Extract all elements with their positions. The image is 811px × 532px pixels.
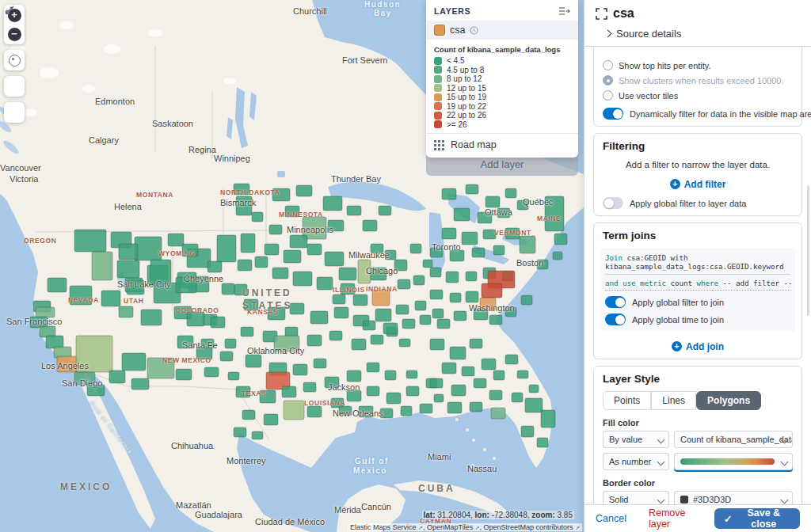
csa-region[interactable]: [482, 359, 496, 370]
zoom-out-button[interactable]: −: [6, 26, 22, 42]
csa-region[interactable]: [517, 200, 528, 210]
csa-region[interactable]: [246, 355, 261, 367]
csa-region[interactable]: [217, 235, 236, 262]
csa-region[interactable]: [325, 252, 344, 266]
csa-region[interactable]: [252, 212, 263, 222]
csa-region[interactable]: [307, 244, 322, 255]
csa-region[interactable]: [74, 372, 95, 385]
csa-region[interactable]: [255, 256, 268, 268]
csa-region[interactable]: [303, 382, 316, 392]
tab-lines[interactable]: Lines: [651, 391, 696, 410]
csa-region[interactable]: [228, 372, 239, 380]
add-join-button[interactable]: + Add join: [672, 341, 724, 352]
csa-region[interactable]: [430, 268, 441, 277]
csa-region[interactable]: [87, 385, 105, 396]
dynamic-filter-toggle[interactable]: [603, 108, 623, 120]
cancel-button[interactable]: Cancel: [596, 513, 626, 524]
csa-region[interactable]: [478, 212, 492, 223]
csa-region[interactable]: [204, 367, 219, 377]
csa-region[interactable]: [446, 272, 459, 283]
flyout-scrollbar[interactable]: [807, 185, 809, 316]
csa-region[interactable]: [168, 234, 184, 246]
csa-region[interactable]: [521, 426, 534, 437]
map-attribution[interactable]: Elastic Maps Service ↗, OpenMapTiles ↗, …: [348, 523, 582, 531]
csa-region[interactable]: [474, 309, 488, 320]
csa-region[interactable]: [109, 370, 125, 383]
fill-mode-select[interactable]: By value: [603, 431, 669, 448]
csa-region[interactable]: [314, 359, 326, 368]
csa-region[interactable]: [353, 294, 367, 306]
csa-region[interactable]: [131, 378, 149, 390]
csa-region[interactable]: [323, 196, 342, 211]
csa-region[interactable]: [328, 220, 344, 231]
csa-region[interactable]: [385, 250, 396, 260]
csa-region[interactable]: [489, 315, 502, 325]
csa-region[interactable]: [76, 336, 112, 372]
csa-region[interactable]: [264, 414, 278, 425]
csa-region[interactable]: [450, 347, 466, 359]
csa-region[interactable]: [505, 228, 520, 239]
csa-region[interactable]: [466, 272, 477, 281]
csa-region[interactable]: [334, 307, 348, 318]
color-ramp-select[interactable]: [674, 453, 793, 470]
csa-region[interactable]: [284, 250, 301, 263]
csa-region[interactable]: [92, 252, 112, 280]
csa-region[interactable]: [401, 406, 412, 416]
global-filter-toggle[interactable]: [603, 197, 623, 209]
csa-region[interactable]: [505, 188, 516, 198]
csa-region[interactable]: [420, 404, 432, 413]
csa-region[interactable]: [462, 367, 474, 376]
csa-region[interactable]: [451, 385, 466, 396]
csa-region[interactable]: [447, 402, 462, 413]
csa-region[interactable]: [537, 260, 548, 269]
csa-region[interactable]: [285, 327, 298, 336]
csa-region[interactable]: [282, 386, 296, 397]
csa-region[interactable]: [176, 277, 196, 293]
csa-region[interactable]: [234, 284, 247, 295]
csa-region[interactable]: [339, 406, 352, 416]
csa-region[interactable]: [290, 303, 304, 314]
csa-region[interactable]: [385, 370, 396, 380]
csa-region[interactable]: [450, 250, 464, 261]
csa-region[interactable]: [553, 252, 562, 260]
csa-region[interactable]: [432, 309, 444, 318]
csa-region[interactable]: [367, 363, 379, 372]
csa-region[interactable]: [57, 356, 78, 372]
csa-region[interactable]: [272, 268, 288, 279]
csa-region[interactable]: [234, 428, 246, 437]
csa-region[interactable]: [472, 248, 485, 257]
csa-region[interactable]: [415, 301, 426, 310]
csa-region[interactable]: [454, 208, 470, 221]
csa-region[interactable]: [211, 317, 225, 328]
csa-region[interactable]: [437, 319, 450, 329]
csa-region[interactable]: [406, 386, 419, 396]
csa-region[interactable]: [434, 394, 444, 402]
csa-region[interactable]: [383, 323, 398, 334]
csa-region[interactable]: [430, 339, 444, 350]
attribution-link[interactable]: OpenStreetMap contributors ↗: [484, 523, 580, 531]
csa-region[interactable]: [398, 279, 410, 289]
csa-region[interactable]: [430, 290, 443, 299]
csa-region[interactable]: [236, 196, 252, 215]
csa-region[interactable]: [380, 408, 393, 418]
csa-region[interactable]: [101, 291, 120, 306]
csa-region[interactable]: [252, 431, 263, 439]
csa-region[interactable]: [220, 352, 233, 361]
csa-region[interactable]: [489, 390, 502, 400]
csa-region[interactable]: [307, 335, 322, 346]
csa-region[interactable]: [493, 245, 504, 255]
csa-region[interactable]: [537, 438, 548, 447]
csa-region[interactable]: [545, 196, 564, 231]
csa-region[interactable]: [325, 377, 339, 388]
csa-region[interactable]: [222, 283, 234, 294]
csa-region[interactable]: [466, 184, 478, 194]
csa-region[interactable]: [450, 293, 461, 302]
csa-region[interactable]: [379, 206, 391, 215]
csa-region[interactable]: [285, 206, 299, 217]
layer-row-roadmap[interactable]: Road map: [426, 134, 578, 158]
tools-button[interactable]: [6, 104, 22, 120]
csa-region[interactable]: [352, 339, 366, 350]
border-mode-select[interactable]: Solid: [603, 491, 669, 504]
csa-region[interactable]: [177, 336, 193, 348]
csa-region[interactable]: [117, 260, 139, 278]
